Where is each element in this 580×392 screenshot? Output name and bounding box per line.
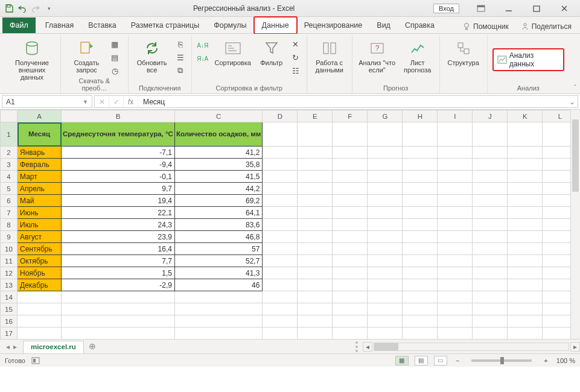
cell-C14[interactable] bbox=[174, 291, 262, 303]
cell-I3[interactable] bbox=[438, 159, 473, 171]
cell-G8[interactable] bbox=[368, 219, 403, 231]
cell-K3[interactable] bbox=[508, 159, 543, 171]
cell-D3[interactable] bbox=[263, 159, 298, 171]
cell-K8[interactable] bbox=[508, 219, 543, 231]
cell-E14[interactable] bbox=[298, 291, 333, 303]
data-analysis-button[interactable]: Анализ данных bbox=[492, 48, 564, 71]
cell-A7[interactable]: Июнь bbox=[18, 207, 62, 219]
row-header-7[interactable]: 7 bbox=[1, 207, 18, 219]
cell-A13[interactable]: Декабрь bbox=[18, 279, 62, 291]
cell-C6[interactable]: 69,2 bbox=[174, 195, 262, 207]
cell-D10[interactable] bbox=[263, 243, 298, 255]
name-box[interactable]: A1 ▼ bbox=[2, 95, 92, 108]
cell-A17[interactable] bbox=[18, 327, 62, 340]
fx-icon[interactable]: fx bbox=[124, 96, 138, 107]
cell-A12[interactable]: Ноябрь bbox=[18, 267, 62, 279]
cell-B2[interactable]: -7,1 bbox=[62, 147, 175, 159]
cell-H11[interactable] bbox=[403, 255, 438, 267]
cell-K5[interactable] bbox=[508, 183, 543, 195]
normal-view-button[interactable]: ▦ bbox=[395, 356, 409, 365]
ribbon-display-icon[interactable] bbox=[468, 0, 494, 17]
redo-icon[interactable] bbox=[30, 3, 41, 14]
cell-H8[interactable] bbox=[403, 219, 438, 231]
cell-B11[interactable]: 7,7 bbox=[62, 255, 175, 267]
tab-formulas[interactable]: Формулы bbox=[206, 17, 253, 33]
zoom-level[interactable]: 100 % bbox=[556, 357, 575, 364]
advanced-button[interactable]: ☷ bbox=[290, 65, 302, 76]
tab-file[interactable]: Файл bbox=[2, 17, 36, 33]
macro-record-icon[interactable] bbox=[31, 357, 40, 364]
tab-help[interactable]: Справка bbox=[398, 17, 442, 33]
cell-I13[interactable] bbox=[438, 279, 473, 291]
cell-J7[interactable] bbox=[473, 207, 508, 219]
col-header-B[interactable]: B bbox=[62, 110, 175, 122]
sort-button[interactable]: Сортировка bbox=[212, 36, 253, 66]
forecast-sheet-button[interactable]: Лист прогноза bbox=[401, 36, 435, 74]
cell-H10[interactable] bbox=[403, 243, 438, 255]
sort-desc-button[interactable]: Я↓A bbox=[197, 53, 209, 64]
cell-H17[interactable] bbox=[403, 327, 438, 340]
cell-C15[interactable] bbox=[174, 303, 262, 315]
cell-E6[interactable] bbox=[298, 195, 333, 207]
minimize-icon[interactable] bbox=[496, 0, 522, 17]
cell-A1[interactable]: Месяц bbox=[18, 122, 62, 147]
structure-button[interactable]: Структура bbox=[445, 36, 482, 66]
hscroll-right[interactable]: ▸ bbox=[570, 342, 580, 352]
split-handle[interactable] bbox=[355, 341, 360, 352]
cell-G17[interactable] bbox=[368, 327, 403, 340]
cell-I6[interactable] bbox=[438, 195, 473, 207]
cell-K15[interactable] bbox=[508, 303, 543, 315]
cell-B8[interactable]: 24,3 bbox=[62, 219, 175, 231]
spreadsheet-grid[interactable]: ABCDEFGHIJKL1МесяцСреднесуточня температ… bbox=[0, 110, 580, 339]
cell-J10[interactable] bbox=[473, 243, 508, 255]
row-header-12[interactable]: 12 bbox=[1, 267, 18, 279]
cell-A3[interactable]: Февраль bbox=[18, 159, 62, 171]
cell-E1[interactable] bbox=[298, 122, 333, 147]
cell-K1[interactable] bbox=[508, 122, 543, 147]
cell-I5[interactable] bbox=[438, 183, 473, 195]
cell-I15[interactable] bbox=[438, 303, 473, 315]
tab-insert[interactable]: Вставка bbox=[81, 17, 123, 33]
tab-view[interactable]: Вид bbox=[369, 17, 398, 33]
cell-D6[interactable] bbox=[263, 195, 298, 207]
recent-sources-button[interactable]: ◷ bbox=[109, 65, 121, 76]
cell-K14[interactable] bbox=[508, 291, 543, 303]
cell-A10[interactable]: Сентябрь bbox=[18, 243, 62, 255]
cell-H15[interactable] bbox=[403, 303, 438, 315]
tab-home[interactable]: Главная bbox=[38, 17, 81, 33]
cell-J17[interactable] bbox=[473, 327, 508, 340]
cell-F7[interactable] bbox=[333, 207, 368, 219]
row-header-10[interactable]: 10 bbox=[1, 243, 18, 255]
cell-D15[interactable] bbox=[263, 303, 298, 315]
cell-F3[interactable] bbox=[333, 159, 368, 171]
cell-A15[interactable] bbox=[18, 303, 62, 315]
page-break-button[interactable]: ▭ bbox=[434, 356, 447, 365]
cell-E15[interactable] bbox=[298, 303, 333, 315]
connections-button[interactable]: ⎘ bbox=[174, 39, 186, 49]
cell-C3[interactable]: 35,8 bbox=[174, 159, 262, 171]
show-queries-button[interactable]: ▦ bbox=[109, 39, 121, 49]
cell-A16[interactable] bbox=[18, 315, 62, 327]
cell-K16[interactable] bbox=[508, 315, 543, 327]
cell-I7[interactable] bbox=[438, 207, 473, 219]
cell-K7[interactable] bbox=[508, 207, 543, 219]
expand-formula-icon[interactable]: ⌄ bbox=[567, 98, 578, 106]
cell-C10[interactable]: 57 bbox=[174, 243, 262, 255]
formula-input[interactable]: Месяц bbox=[138, 98, 567, 106]
row-header-9[interactable]: 9 bbox=[1, 231, 18, 243]
zoom-in-button[interactable]: + bbox=[541, 357, 550, 364]
whatif-button[interactable]: ? Анализ "что если" bbox=[357, 36, 397, 74]
cell-D17[interactable] bbox=[263, 327, 298, 340]
properties-button[interactable]: ☰ bbox=[174, 52, 186, 63]
cell-F14[interactable] bbox=[333, 291, 368, 303]
col-header-D[interactable]: D bbox=[263, 110, 298, 122]
cell-E17[interactable] bbox=[298, 327, 333, 340]
cell-F13[interactable] bbox=[333, 279, 368, 291]
sheet-tab-active[interactable]: microexcel.ru bbox=[23, 341, 84, 353]
cell-F2[interactable] bbox=[333, 147, 368, 159]
row-header-8[interactable]: 8 bbox=[1, 219, 18, 231]
cell-K2[interactable] bbox=[508, 147, 543, 159]
col-header-I[interactable]: I bbox=[438, 110, 473, 122]
cell-H3[interactable] bbox=[403, 159, 438, 171]
cell-I1[interactable] bbox=[438, 122, 473, 147]
